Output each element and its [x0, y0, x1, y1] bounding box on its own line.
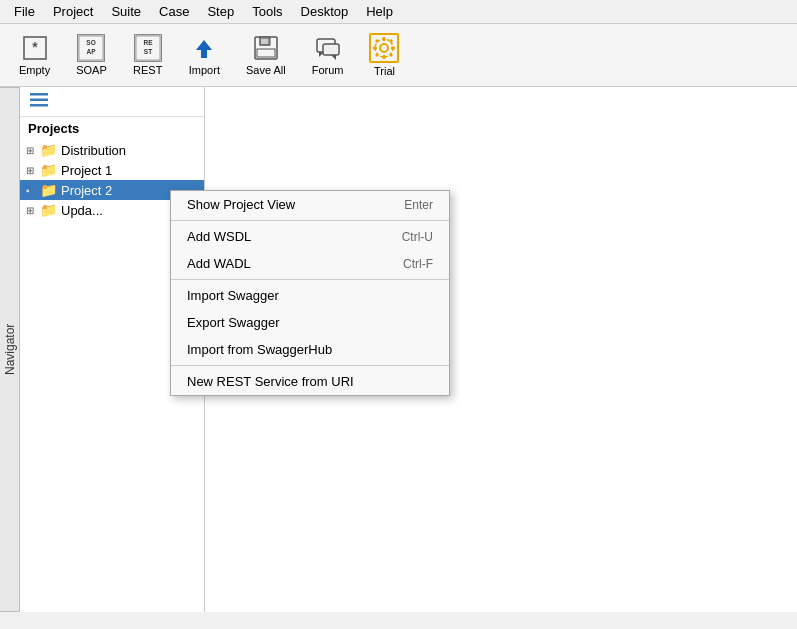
svg-rect-29 — [30, 104, 48, 107]
rest-icon: RE ST — [134, 34, 162, 62]
svg-text:AP: AP — [87, 48, 97, 55]
tree-label-updates: Upda... — [61, 203, 103, 218]
toolbar-trial-btn[interactable]: Trial — [358, 28, 410, 82]
ctx-separator-1 — [171, 220, 449, 221]
toolbar-rest-label: REST — [133, 64, 162, 76]
svg-rect-27 — [30, 93, 48, 96]
main-area: Navigator Projects ⊞ 📁 Distribution ⊞ — [0, 87, 797, 612]
nav-toolbar — [20, 87, 204, 117]
ctx-separator-3 — [171, 365, 449, 366]
toolbar-empty-label: Empty — [19, 64, 50, 76]
svg-rect-23 — [375, 39, 379, 43]
ctx-show-project-view-label: Show Project View — [187, 197, 295, 212]
ctx-add-wsdl-label: Add WSDL — [187, 229, 251, 244]
navigator-tab[interactable]: Navigator — [0, 87, 20, 612]
ctx-add-wsdl-shortcut: Ctrl-U — [402, 230, 433, 244]
ctx-import-swaggerhub[interactable]: Import from SwaggerHub — [171, 336, 449, 363]
empty-icon: * — [21, 34, 49, 62]
ctx-import-swagger-label: Import Swagger — [187, 288, 279, 303]
ctx-import-swagger[interactable]: Import Swagger — [171, 282, 449, 309]
saveall-icon — [252, 34, 280, 62]
folder-icon-project2: 📁 — [40, 182, 57, 198]
forum-icon — [314, 34, 342, 62]
folder-icon-project1: 📁 — [40, 162, 57, 178]
svg-text:SO: SO — [87, 39, 96, 46]
ctx-import-swaggerhub-label: Import from SwaggerHub — [187, 342, 332, 357]
ctx-add-wadl-label: Add WADL — [187, 256, 251, 271]
tree-item-project1[interactable]: ⊞ 📁 Project 1 — [20, 160, 204, 180]
folder-icon-updates: 📁 — [40, 202, 57, 218]
folder-icon-distribution: 📁 — [40, 142, 57, 158]
ctx-show-project-view[interactable]: Show Project View Enter — [171, 191, 449, 218]
ctx-new-rest-service-label: New REST Service from URI — [187, 374, 354, 389]
ctx-add-wadl[interactable]: Add WADL Ctrl-F — [171, 250, 449, 277]
ctx-export-swagger-label: Export Swagger — [187, 315, 280, 330]
menu-project[interactable]: Project — [47, 2, 99, 21]
toolbar-import-label: Import — [189, 64, 220, 76]
menu-file[interactable]: File — [8, 2, 41, 21]
svg-rect-28 — [30, 99, 48, 102]
tree-label-project2: Project 2 — [61, 183, 112, 198]
ctx-separator-2 — [171, 279, 449, 280]
tree-label-distribution: Distribution — [61, 143, 126, 158]
svg-marker-8 — [196, 40, 212, 58]
soap-icon: SO AP — [77, 34, 105, 62]
menu-desktop[interactable]: Desktop — [295, 2, 355, 21]
trial-icon — [369, 33, 399, 63]
svg-point-17 — [380, 44, 388, 52]
menu-case[interactable]: Case — [153, 2, 195, 21]
toolbar-saveall-label: Save All — [246, 64, 286, 76]
toolbar-import-btn[interactable]: Import — [178, 29, 231, 81]
toolbar-saveall-btn[interactable]: Save All — [235, 29, 297, 81]
menu-suite[interactable]: Suite — [105, 2, 147, 21]
menu-bar: File Project Suite Case Step Tools Deskt… — [0, 0, 797, 24]
toolbar-empty-btn[interactable]: * Empty — [8, 29, 61, 81]
ctx-add-wadl-shortcut: Ctrl-F — [403, 257, 433, 271]
context-menu: Show Project View Enter Add WSDL Ctrl-U … — [170, 190, 450, 396]
ctx-show-project-view-shortcut: Enter — [404, 198, 433, 212]
nav-menu-icon[interactable] — [26, 91, 52, 112]
tree-label-project1: Project 1 — [61, 163, 112, 178]
ctx-export-swagger[interactable]: Export Swagger — [171, 309, 449, 336]
projects-label: Projects — [20, 117, 204, 138]
svg-rect-19 — [383, 37, 386, 41]
svg-rect-25 — [375, 53, 379, 57]
import-icon — [190, 34, 218, 62]
toolbar-soap-btn[interactable]: SO AP SOAP — [65, 29, 118, 81]
svg-text:RE: RE — [143, 39, 153, 46]
svg-rect-15 — [323, 44, 339, 55]
svg-text:ST: ST — [144, 48, 152, 55]
ctx-add-wsdl[interactable]: Add WSDL Ctrl-U — [171, 223, 449, 250]
svg-rect-11 — [257, 49, 275, 57]
toolbar-rest-btn[interactable]: RE ST REST — [122, 29, 174, 81]
svg-rect-21 — [373, 47, 377, 50]
toolbar-trial-label: Trial — [374, 65, 395, 77]
svg-rect-24 — [389, 39, 393, 43]
svg-text:*: * — [32, 39, 38, 55]
svg-marker-16 — [331, 55, 336, 60]
svg-rect-22 — [391, 47, 395, 50]
expand-icon-project2: ▪ — [26, 185, 40, 196]
expand-icon-distribution: ⊞ — [26, 145, 40, 156]
toolbar-soap-label: SOAP — [76, 64, 107, 76]
tree-item-distribution[interactable]: ⊞ 📁 Distribution — [20, 140, 204, 160]
svg-rect-26 — [389, 53, 393, 57]
ctx-new-rest-service[interactable]: New REST Service from URI — [171, 368, 449, 395]
menu-step[interactable]: Step — [201, 2, 240, 21]
toolbar-forum-label: Forum — [312, 64, 344, 76]
toolbar: * Empty SO AP SOAP RE ST REST — [0, 24, 797, 87]
menu-help[interactable]: Help — [360, 2, 399, 21]
expand-icon-project1: ⊞ — [26, 165, 40, 176]
expand-icon-updates: ⊞ — [26, 205, 40, 216]
menu-tools[interactable]: Tools — [246, 2, 288, 21]
toolbar-forum-btn[interactable]: Forum — [301, 29, 355, 81]
svg-rect-20 — [383, 55, 386, 59]
